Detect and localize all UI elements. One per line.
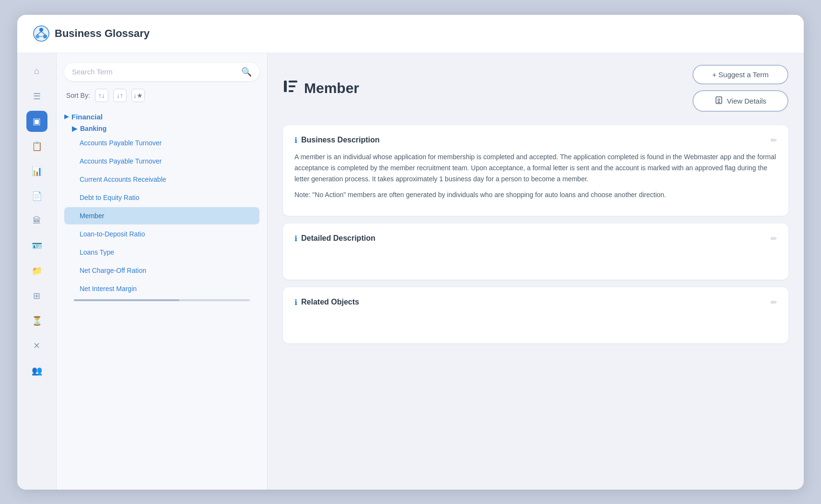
term-type-icon — [283, 79, 298, 97]
report-icon: 📄 — [32, 191, 42, 201]
building-icon: 🏛 — [33, 216, 41, 226]
term-item-current-accounts[interactable]: Current Accounts Receivable — [64, 171, 259, 188]
content-area: Member + Suggest a Term View Details — [268, 53, 804, 490]
sidebar-item-home[interactable]: ⌂ — [26, 61, 47, 82]
list-icon: ☰ — [33, 91, 41, 102]
main-area: ⌂ ☰ ▣ 📋 📊 📄 🏛 🪪 📁 — [17, 53, 804, 490]
subcategory-banking-label: Banking — [80, 125, 106, 132]
sidebar-item-chart[interactable]: 📊 — [26, 161, 47, 182]
related-objects-body — [294, 314, 777, 333]
suggest-term-button[interactable]: + Suggest a Term — [692, 65, 788, 84]
term-item-accounts-payable-1[interactable]: Accounts Payable Turnover — [64, 134, 259, 152]
svg-rect-8 — [289, 81, 297, 82]
term-item-accounts-payable-2[interactable]: Accounts Payable Turnover — [64, 152, 259, 170]
home-icon: ⌂ — [34, 66, 39, 76]
scroll-indicator — [74, 299, 250, 301]
users-icon: 👥 — [32, 365, 42, 376]
svg-rect-13 — [717, 102, 720, 103]
sidebar-item-folder[interactable]: 📁 — [26, 260, 47, 281]
detailed-description-title: Detailed Description — [301, 234, 375, 243]
sidebar-item-book[interactable]: 📋 — [26, 136, 47, 157]
logo-icon — [33, 25, 50, 42]
folder-icon: 📁 — [32, 266, 42, 276]
search-input[interactable] — [72, 68, 241, 76]
related-objects-info-icon: ℹ — [294, 298, 297, 307]
action-buttons: + Suggest a Term View Details — [692, 65, 788, 112]
id-icon: 🪪 — [32, 241, 42, 251]
book-icon: 📋 — [32, 141, 42, 152]
content-header: Member + Suggest a Term View Details — [283, 65, 788, 112]
content-title: Member — [304, 80, 359, 96]
term-list: ▶ Financial ▶ Banking Accounts Payable T… — [64, 109, 259, 490]
sidebar-item-tools[interactable]: ✕ — [26, 335, 47, 356]
business-description-para-1: A member is an individual whose applicat… — [294, 152, 777, 185]
sort-za-button[interactable]: ↓↑ — [113, 89, 127, 102]
sidebar-item-id[interactable]: 🪪 — [26, 235, 47, 257]
related-objects-card: ℹ Related Objects ✏ — [283, 287, 788, 343]
category-financial[interactable]: ▶ Financial — [64, 113, 259, 121]
sort-star-button[interactable]: ↓★ — [131, 89, 145, 102]
app-header: Business Glossary — [17, 15, 804, 53]
detailed-description-info-icon: ℹ — [294, 234, 297, 243]
task-icon: ⏳ — [32, 316, 42, 326]
related-objects-edit-icon[interactable]: ✏ — [771, 298, 777, 307]
business-description-header: ℹ Business Description ✏ — [294, 136, 777, 145]
related-objects-title-row: ℹ Related Objects — [294, 298, 359, 307]
svg-rect-9 — [289, 85, 295, 87]
sort-bar: Sort By: ↑↓ ↓↑ ↓★ — [64, 89, 259, 102]
view-details-label: View Details — [727, 97, 766, 105]
detailed-description-card: ℹ Detailed Description ✏ — [283, 223, 788, 280]
content-title-area: Member — [283, 79, 359, 97]
detailed-description-title-row: ℹ Detailed Description — [294, 234, 375, 243]
sidebar-item-task[interactable]: ⏳ — [26, 310, 47, 331]
term-item-net-interest-margin[interactable]: Net Interest Margin — [64, 280, 259, 297]
related-objects-header: ℹ Related Objects ✏ — [294, 298, 777, 307]
business-description-card: ℹ Business Description ✏ A member is an … — [283, 125, 788, 216]
term-item-net-charge-off[interactable]: Net Charge-Off Ration — [64, 262, 259, 279]
sidebar-item-grid[interactable]: ⊞ — [26, 285, 47, 306]
banking-arrow-icon: ▶ — [72, 125, 77, 132]
business-description-body: A member is an individual whose applicat… — [294, 152, 777, 200]
category-financial-label: Financial — [71, 113, 103, 121]
term-list-panel: 🔍 Sort By: ↑↓ ↓↑ ↓★ ▶ Financial ▶ Bankin… — [57, 53, 268, 490]
search-bar: 🔍 — [64, 63, 259, 81]
grid-icon: ⊞ — [33, 291, 40, 301]
detailed-description-body — [294, 250, 777, 269]
chart-icon: 📊 — [32, 166, 42, 176]
subcategory-banking[interactable]: ▶ Banking — [72, 125, 259, 132]
svg-rect-7 — [284, 81, 287, 92]
detailed-description-header: ℹ Detailed Description ✏ — [294, 234, 777, 243]
business-description-info-icon: ℹ — [294, 136, 297, 145]
business-description-title: Business Description — [301, 136, 380, 144]
sidebar-item-users[interactable]: 👥 — [26, 360, 47, 381]
business-description-edit-icon[interactable]: ✏ — [771, 136, 777, 145]
svg-point-12 — [718, 99, 720, 101]
scroll-thumb — [74, 299, 179, 301]
view-details-icon — [715, 96, 723, 106]
detailed-description-edit-icon[interactable]: ✏ — [771, 234, 777, 243]
business-description-para-2: Note: "No Action" members are often gene… — [294, 189, 777, 200]
sidebar-item-building[interactable]: 🏛 — [26, 211, 47, 232]
term-item-loan-deposit[interactable]: Loan-to-Deposit Ratio — [64, 225, 259, 243]
view-details-button[interactable]: View Details — [692, 90, 788, 112]
sidebar: ⌂ ☰ ▣ 📋 📊 📄 🏛 🪪 📁 — [17, 53, 57, 490]
app-container: Business Glossary ⌂ ☰ ▣ 📋 📊 📄 — [17, 15, 804, 490]
sort-label: Sort By: — [66, 92, 90, 99]
svg-rect-10 — [289, 90, 293, 92]
sidebar-item-document[interactable]: ▣ — [26, 111, 47, 132]
svg-point-1 — [39, 28, 43, 32]
term-item-loans-type[interactable]: Loans Type — [64, 244, 259, 261]
app-title: Business Glossary — [55, 27, 150, 40]
term-item-debt-equity[interactable]: Debt to Equity Ratio — [64, 189, 259, 206]
term-item-member[interactable]: Member — [64, 207, 259, 224]
document-icon: ▣ — [33, 116, 41, 127]
financial-arrow-icon: ▶ — [64, 113, 69, 120]
search-icon: 🔍 — [241, 67, 252, 77]
logo-area: Business Glossary — [33, 25, 150, 42]
sidebar-item-report[interactable]: 📄 — [26, 186, 47, 207]
related-objects-title: Related Objects — [301, 298, 359, 306]
tools-icon: ✕ — [33, 340, 40, 351]
sort-az-button[interactable]: ↑↓ — [95, 89, 108, 102]
business-description-title-row: ℹ Business Description — [294, 136, 380, 145]
sidebar-item-list[interactable]: ☰ — [26, 86, 47, 107]
